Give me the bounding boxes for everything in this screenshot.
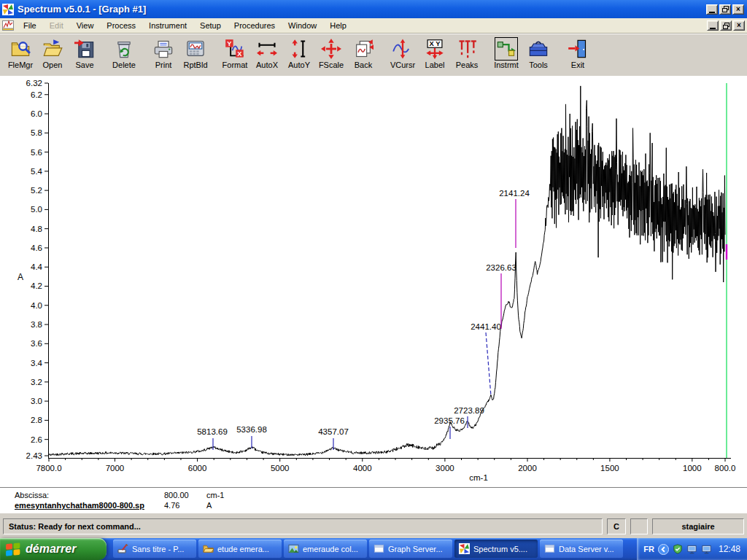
toolbar-button-instrmt[interactable]: Instrmt	[490, 37, 522, 69]
taskbar-task-5[interactable]: Spectrum v5....	[454, 540, 538, 558]
back-icon	[353, 37, 374, 61]
menu-item-help[interactable]: Help	[323, 18, 353, 33]
svg-text:X Y: X Y	[430, 40, 441, 47]
toolbar-button-label: Save	[75, 61, 93, 69]
tray-shield-icon[interactable]	[673, 544, 683, 554]
y-tick-label: 5.6	[31, 148, 42, 157]
menu-item-file[interactable]: File	[17, 18, 43, 33]
toolbar-button-format[interactable]: YXFormat	[219, 37, 251, 69]
toolbar-button-back[interactable]: Back	[347, 37, 379, 69]
taskbar-task-2[interactable]: etude emera...	[198, 540, 282, 558]
status-empty-panel	[630, 518, 648, 534]
app-icon[interactable]	[2, 4, 14, 15]
toolbar-button-open[interactable]: Open	[36, 37, 69, 69]
language-indicator[interactable]: FR	[643, 545, 654, 553]
spectrum-filename[interactable]: emesyntanhychatham8000-800.sp	[15, 501, 144, 510]
peak-label: 5813.69	[197, 427, 228, 436]
taskbar-task-4[interactable]: Graph Server...	[369, 540, 452, 558]
x-tick-label: 4000	[353, 464, 372, 472]
svg-text:Y: Y	[227, 40, 232, 47]
y-tick-label: 6.0	[31, 109, 42, 118]
network-icon-2[interactable]	[701, 544, 712, 555]
vcursr-icon	[392, 37, 413, 61]
rptbld-icon	[185, 37, 206, 61]
menu-item-setup[interactable]: Setup	[193, 18, 228, 33]
peak-label: 5336.98	[236, 425, 267, 434]
peak-label: 2441.40	[471, 322, 501, 331]
spectrum-application-window: Spectrum v5.0.1 - [Graph #1] × FileEditV…	[0, 0, 747, 560]
y-tick-label: 5.8	[31, 128, 42, 137]
y-tick-label: 2.6	[31, 435, 42, 444]
menu-item-window[interactable]: Window	[282, 18, 323, 33]
y-tick-label: 4.0	[31, 301, 42, 310]
toolbar-button-tools[interactable]: Tools	[522, 37, 554, 69]
hide-icons-chevron-icon[interactable]	[658, 544, 669, 555]
toolbar-button-label: Tools	[529, 61, 548, 69]
autox-icon	[257, 37, 277, 61]
paint-icon	[117, 543, 128, 554]
taskbar-clock: 12:48	[719, 544, 740, 554]
y-tick-label: 3.0	[31, 397, 42, 405]
toolbar-button-label: Exit	[571, 61, 584, 69]
taskbar-task-label: Graph Server...	[388, 545, 443, 553]
peak-label: 2326.63	[486, 263, 516, 272]
window-icon	[374, 543, 384, 554]
x-tick-label: 6000	[188, 464, 207, 472]
network-icon[interactable]	[686, 544, 697, 555]
toolbar-button-label: VCursr	[390, 61, 415, 69]
toolbar-button-delete[interactable]: Delete	[108, 37, 140, 69]
toolbar-button-peaks[interactable]: Peaks	[451, 37, 483, 69]
toolbar-button-print[interactable]: Print	[147, 37, 179, 69]
toolbar-button-label: RptBld	[183, 61, 207, 69]
y-tick-label: 3.6	[31, 339, 42, 348]
toolbar-button-autoy[interactable]: AutoY	[283, 37, 315, 69]
spectrum-plot[interactable]: 6.326.26.05.85.65.45.25.04.84.64.44.24.0…	[0, 76, 747, 487]
flemgr-icon	[10, 37, 31, 61]
graph-document-icon[interactable]	[1, 20, 15, 31]
menu-item-procedures[interactable]: Procedures	[228, 18, 282, 33]
toolbar-button-flemgr[interactable]: FleMgr	[4, 37, 36, 69]
taskbar: démarrer Sans titre - P...etude emera...…	[0, 538, 747, 560]
fscale-icon	[321, 37, 341, 61]
peak-label: 2141.24	[499, 189, 530, 198]
taskbar-tasks: Sans titre - P...etude emera...emeraude …	[107, 538, 637, 560]
child-close-icon[interactable]: ×	[733, 20, 745, 31]
toolbar-button-label: Label	[425, 61, 445, 69]
child-restore-button[interactable]	[720, 20, 732, 31]
minimize-button[interactable]	[706, 4, 718, 15]
child-minimize-button[interactable]	[707, 20, 719, 31]
info-panel: Abscissa: 800.00 cm-1 emesyntanhychatham…	[0, 487, 747, 515]
taskbar-task-3[interactable]: emeraude col...	[284, 540, 367, 558]
taskbar-task-1[interactable]: Sans titre - P...	[113, 540, 196, 558]
toolbar-button-save[interactable]: Save	[69, 37, 101, 69]
menu-item-instrument[interactable]: Instrument	[142, 18, 193, 33]
x-tick-label: 1500	[600, 464, 619, 472]
peak-label: 2723.89	[454, 406, 484, 415]
y-tick-label: 4.6	[31, 244, 42, 252]
menu-item-view[interactable]: View	[70, 18, 101, 33]
menu-item-process[interactable]: Process	[100, 18, 142, 33]
chart-area[interactable]: 6.326.26.05.85.65.45.25.04.84.64.44.24.0…	[0, 76, 747, 487]
toolbar-button-autox[interactable]: AutoX	[251, 37, 283, 69]
status-message: Status: Ready for next command...	[3, 518, 603, 534]
svg-text:X: X	[237, 50, 242, 58]
toolbar-button-label: FScale	[319, 61, 344, 69]
ordinate-value: 4.76	[164, 501, 179, 510]
toolbar-button-label: Instrmt	[494, 61, 519, 69]
instrmt-icon	[495, 37, 518, 61]
restore-button[interactable]	[719, 4, 731, 15]
toolbar-button-label: AutoX	[256, 61, 278, 69]
toolbar-button-exit[interactable]: Exit	[562, 37, 594, 69]
toolbar-button-fscale[interactable]: FScale	[315, 37, 347, 69]
save-icon	[74, 37, 95, 61]
x-tick-label: 2000	[518, 464, 537, 472]
start-button[interactable]: démarrer	[0, 538, 107, 560]
peak-label: 2935.76	[434, 416, 465, 425]
print-icon	[153, 37, 174, 61]
taskbar-task-6[interactable]: Data Server v...	[540, 540, 623, 558]
toolbar-button-rptbld[interactable]: RptBld	[179, 37, 212, 69]
menu-bar: FileEditViewProcessInstrumentSetupProced…	[0, 18, 747, 34]
toolbar-button-vcursr[interactable]: VCursr	[387, 37, 419, 69]
close-icon[interactable]: ×	[732, 4, 744, 15]
toolbar-button-label[interactable]: X YLabel	[419, 37, 451, 69]
